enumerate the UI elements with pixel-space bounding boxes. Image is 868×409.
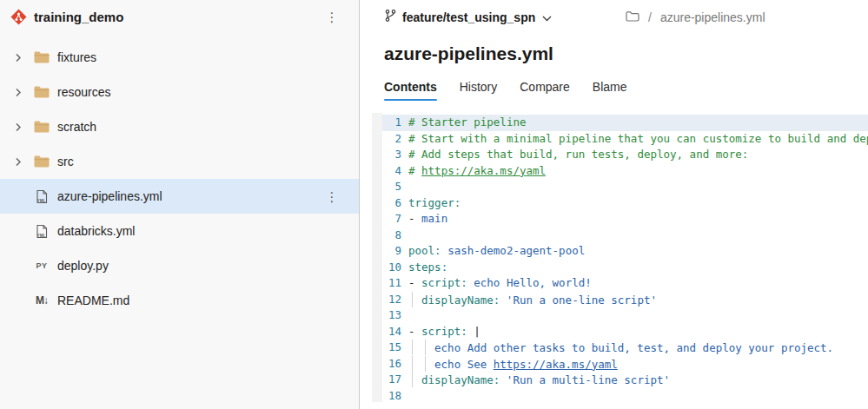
folder-icon xyxy=(33,86,50,98)
code-text: displayName: 'Run a one-line script' xyxy=(408,292,868,308)
tree-item-label: README.md xyxy=(57,294,129,307)
line-number[interactable]: 18 xyxy=(382,388,408,403)
repo-more-icon[interactable]: ⋮ xyxy=(324,10,340,23)
yml-icon: YML xyxy=(33,189,50,204)
tab-history[interactable]: History xyxy=(460,80,498,101)
code-line: 8 xyxy=(382,228,868,244)
tree-item-azure-pipelines-yml[interactable]: YMLazure-pipelines.yml⋮ xyxy=(0,179,359,214)
code-line: 2# Start with a minimal pipeline that yo… xyxy=(382,131,868,148)
chevron-right-icon[interactable] xyxy=(14,52,24,63)
line-number[interactable]: 8 xyxy=(382,228,408,244)
code-line: 4# https://aka.ms/yaml xyxy=(382,163,868,180)
tab-contents[interactable]: Contents xyxy=(384,80,437,101)
code-text xyxy=(408,228,868,244)
code-token-key: trigger: xyxy=(408,196,461,209)
svg-text:YML: YML xyxy=(37,199,46,203)
file-tree: fixturesresourcesscratchsrcYMLazure-pipe… xyxy=(0,40,359,318)
tree-item-readme-md[interactable]: M↓README.md xyxy=(0,283,359,318)
code-text: - script: echo Hello, world! xyxy=(408,275,868,292)
chevron-right-icon[interactable] xyxy=(14,156,24,167)
code-text: # Start with a minimal pipeline that you… xyxy=(408,131,868,148)
line-number[interactable]: 2 xyxy=(382,131,408,148)
tree-item-resources[interactable]: resources xyxy=(0,75,359,109)
breadcrumb-separator: / xyxy=(648,10,652,24)
item-more-icon[interactable]: ⋮ xyxy=(324,190,340,203)
code-line: 7- main xyxy=(382,211,868,228)
line-number[interactable]: 17 xyxy=(382,372,408,388)
code-token-comment: # Add steps that build, run tests, deplo… xyxy=(408,148,748,161)
branch-name: feature/test_using_spn xyxy=(402,10,535,24)
line-number[interactable]: 13 xyxy=(382,307,408,324)
tree-item-databricks-yml[interactable]: YMLdatabricks.yml xyxy=(0,214,359,248)
code-token-key: displayName: xyxy=(421,373,500,386)
line-number[interactable]: 9 xyxy=(382,243,408,260)
code-line: 12displayName: 'Run a one-line script' xyxy=(382,292,868,308)
tree-item-scratch[interactable]: scratch xyxy=(0,109,359,144)
code-line: 9pool: sash-demo2-agent-pool xyxy=(382,243,868,260)
code-token-key: steps: xyxy=(408,261,447,274)
code-token-value: 'Run a multi-line script' xyxy=(500,373,670,386)
line-number[interactable]: 12 xyxy=(382,292,408,308)
chevron-right-icon[interactable] xyxy=(14,122,24,132)
code-token-punct: - xyxy=(408,325,421,338)
code-text xyxy=(408,179,868,195)
code-link[interactable]: https://aka.ms/yaml xyxy=(494,358,618,371)
chevron-right-icon[interactable] xyxy=(14,87,24,97)
code-token-key: displayName: xyxy=(421,294,500,307)
tab-compare[interactable]: Compare xyxy=(520,80,570,101)
tree-item-label: databricks.yml xyxy=(57,224,135,238)
code-text: - script: | xyxy=(408,324,868,340)
folder-outline-icon[interactable] xyxy=(626,10,639,25)
line-number[interactable]: 10 xyxy=(382,260,408,276)
code-token-value: main xyxy=(421,212,447,225)
tab-blame[interactable]: Blame xyxy=(593,80,627,101)
twisty-spacer xyxy=(14,226,24,236)
code-text: - main xyxy=(408,211,868,228)
code-viewer: 1# Starter pipeline2# Start with a minim… xyxy=(372,113,868,402)
repo-header: training_demo ⋮ xyxy=(0,3,359,30)
code-line: 1# Starter pipeline xyxy=(382,115,868,131)
code-link[interactable]: https://aka.ms/yaml xyxy=(421,164,546,177)
tree-item-label: src xyxy=(57,155,74,168)
line-number[interactable]: 5 xyxy=(382,179,408,195)
tree-item-label: resources xyxy=(57,85,110,99)
py-icon: PY xyxy=(33,261,50,270)
svg-text:YML: YML xyxy=(37,234,46,238)
tree-item-src[interactable]: src xyxy=(0,144,359,179)
line-number[interactable]: 14 xyxy=(382,324,408,340)
line-number[interactable]: 4 xyxy=(382,163,408,180)
code-line: 5 xyxy=(382,179,868,195)
code-line: 14- script: | xyxy=(382,324,868,340)
line-number[interactable]: 15 xyxy=(382,340,408,356)
folder-icon xyxy=(33,51,50,63)
code-text: echo See https://aka.ms/yaml xyxy=(408,356,868,373)
twisty-spacer xyxy=(14,295,24,306)
branch-selector[interactable]: feature/test_using_spn xyxy=(384,9,552,26)
file-header-bar: feature/test_using_spn / azure-pipelines… xyxy=(360,7,868,28)
code-line: 17displayName: 'Run a multi-line script' xyxy=(382,372,868,388)
line-number[interactable]: 11 xyxy=(382,275,408,292)
tree-item-deploy-py[interactable]: PYdeploy.py xyxy=(0,248,359,283)
code-token-comment: # Starter pipeline xyxy=(408,115,526,129)
code-token-comment: # xyxy=(408,164,421,177)
code-text: # https://aka.ms/yaml xyxy=(408,163,868,180)
code-token-punct: - xyxy=(408,276,421,289)
line-number[interactable]: 7 xyxy=(382,211,408,228)
line-number[interactable]: 1 xyxy=(382,115,408,131)
indent-guide xyxy=(412,340,421,355)
indent-guide xyxy=(425,340,434,355)
twisty-spacer xyxy=(14,261,24,271)
code-text: trigger: xyxy=(408,195,868,212)
repo-file-view: training_demo ⋮ fixturesresourcesscratch… xyxy=(0,0,868,409)
line-number[interactable]: 3 xyxy=(382,147,408,163)
code-token-value: 'Run a one-line script' xyxy=(500,294,657,307)
indent-guide xyxy=(425,356,434,372)
line-number[interactable]: 16 xyxy=(382,356,408,373)
breadcrumb-file[interactable]: azure-pipelines.yml xyxy=(660,10,765,24)
code-line: 11- script: echo Hello, world! xyxy=(382,275,868,292)
line-number[interactable]: 6 xyxy=(382,195,408,212)
file-content-panel: feature/test_using_spn / azure-pipelines… xyxy=(360,0,868,409)
indent-guide xyxy=(412,292,421,307)
tree-item-fixtures[interactable]: fixtures xyxy=(0,40,359,75)
code-token-punct: - xyxy=(408,212,421,225)
